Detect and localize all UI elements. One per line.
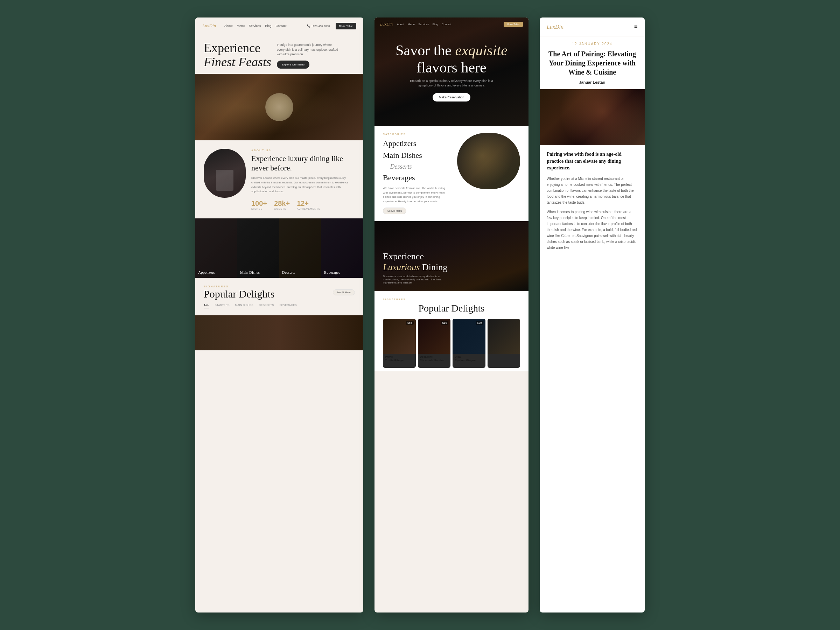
book-table-btn-2[interactable]: Book Table xyxy=(504,22,523,27)
cat-main-2[interactable]: Main Dishes xyxy=(383,151,450,160)
phone-1: 📞 +123 456 7890 xyxy=(307,25,330,28)
popular-title-2: Popular Delights xyxy=(383,303,520,314)
nav-contact-2[interactable]: Contact xyxy=(442,23,452,26)
food-card-2[interactable]: $10 DecadentChocolate Sundae xyxy=(418,319,451,368)
stat-dishes-label: DISHES xyxy=(251,208,267,210)
food-card-img-4 xyxy=(488,319,521,354)
cat-food-image-2 xyxy=(457,133,520,189)
nav-about-2[interactable]: About xyxy=(397,23,404,26)
food-card-1[interactable]: $65 PrimeTruffle Ribeye xyxy=(383,319,416,368)
hamburger-icon[interactable]: ≡ xyxy=(634,23,638,30)
cat-beverages-1[interactable]: Beverages xyxy=(321,218,363,278)
cat-desserts-1[interactable]: Desserts xyxy=(279,218,321,278)
hero-image-1 xyxy=(195,74,363,141)
explore-btn-1[interactable]: Explore Our Menu xyxy=(277,60,309,69)
food-card-price-3: $30 xyxy=(476,321,483,325)
tab-desserts-1[interactable]: DESSERTS xyxy=(259,303,274,308)
article-para-1-3: Whether you're at a Michelin-starred res… xyxy=(547,176,638,205)
nav-links-1: About Menu Services Blog Contact xyxy=(224,24,302,28)
luxury-desc-2: Discover a new world where every dishes … xyxy=(383,275,453,284)
stat-guests-num: 28k+ xyxy=(274,199,290,208)
nav-about-1[interactable]: About xyxy=(224,24,233,28)
article-author-3: Januar Lestari xyxy=(547,80,638,84)
sig-label-2: SIGNATURES xyxy=(383,298,520,301)
logo-3[interactable]: LuxDin xyxy=(547,24,564,30)
food-card-name-2: DecadentChocolate Sundae xyxy=(420,355,449,362)
food-card-price-2: $10 xyxy=(441,321,448,325)
food-card-3[interactable]: $30 StewElysium Bisque xyxy=(453,319,485,368)
nav-blog-1[interactable]: Blog xyxy=(265,24,272,28)
nav-menu-2[interactable]: Menu xyxy=(408,23,415,26)
nav-menu-1[interactable]: Menu xyxy=(237,24,245,28)
hero-section-1: Experience Finest Feasts Indulge in a ga… xyxy=(195,34,363,69)
tab-row-1: ALL STARTERS MAIN DISHES DESSERTS BEVERA… xyxy=(204,303,355,308)
stat-achieve-num: 12+ xyxy=(297,199,320,208)
stat-dishes-num: 100+ xyxy=(251,199,267,208)
luxury-title-2: Experience Luxurious Dining xyxy=(383,251,520,273)
nav-contact-1[interactable]: Contact xyxy=(276,24,287,28)
cat-label-2: CATEGORIES xyxy=(383,133,450,136)
panel-2: LuxDin About Menu Services Blog Contact … xyxy=(374,17,529,613)
food-cards-2: $65 PrimeTruffle Ribeye $10 DecadentChoc… xyxy=(383,319,520,368)
reserve-btn-2[interactable]: Make Reservation xyxy=(433,93,471,101)
cat-beverages-2[interactable]: Beverages xyxy=(383,173,450,182)
about-label-1: ABOUT US xyxy=(251,149,355,152)
logo-1[interactable]: LuxDin xyxy=(202,23,216,29)
nav-blog-2[interactable]: Blog xyxy=(433,23,438,26)
header-3: LuxDin ≡ xyxy=(540,17,645,36)
categories-section-2: CATEGORIES Appetizers Main Dishes Desser… xyxy=(374,126,529,221)
hero-section-2: LuxDin About Menu Services Blog Contact … xyxy=(374,17,529,126)
hero-title-1: Experience Finest Feasts xyxy=(204,41,271,69)
tab-starters-1[interactable]: STARTERS xyxy=(215,303,230,308)
hero-desc-1: Indulge in a gastronomic journey where e… xyxy=(277,43,340,57)
food-card-price-1: $65 xyxy=(406,321,413,325)
categories-grid-1: Appetizers Main Dishes Desserts Beverage… xyxy=(195,218,363,278)
book-table-btn-1[interactable]: Book Table xyxy=(336,23,356,29)
navbar-2: LuxDin About Menu Services Blog Contact … xyxy=(374,17,529,31)
food-card-name-1: PrimeTruffle Ribeye xyxy=(385,355,414,362)
article-image-3 xyxy=(540,89,645,145)
cat-desc-2: We have desserts from all over the world… xyxy=(383,186,450,204)
cat-appetizers-1[interactable]: Appetizers xyxy=(195,218,237,278)
nav-services-2[interactable]: Services xyxy=(418,23,429,26)
article-date-3: 12 JANUARY 2024 xyxy=(547,42,638,46)
food-card-4[interactable] xyxy=(488,319,521,368)
nav-links-2: About Menu Services Blog Contact xyxy=(397,23,499,26)
luxury-section-2: Experience Luxurious Dining Discover a n… xyxy=(374,221,529,291)
stat-guests-label: GUESTS xyxy=(274,208,290,210)
popular-title-1: Popular Delights xyxy=(204,288,275,300)
nav-services-1[interactable]: Services xyxy=(249,24,261,28)
see-all-btn-1[interactable]: See All Menu xyxy=(333,289,355,295)
about-chef-image-1 xyxy=(204,149,246,198)
about-title-1: Experience luxury dining like never befo… xyxy=(251,154,355,172)
logo-2[interactable]: LuxDin xyxy=(380,22,393,27)
hero-desc-2: Embark on a special culinary odyssey whe… xyxy=(406,79,497,88)
food-strip-1 xyxy=(195,315,363,351)
article-para-2-3: When it comes to pairing wine with cuisi… xyxy=(547,209,638,251)
popular-section-1: SIGNATURES Popular Delights See All Menu… xyxy=(195,278,363,312)
cat-desserts-2[interactable]: Desserts xyxy=(383,163,450,171)
article-title-3: The Art of Pairing: Elevating Your Dinin… xyxy=(547,49,638,77)
article-lead-3: Pairing wine with food is an age-old pra… xyxy=(547,151,638,172)
panel-3: LuxDin ≡ 12 JANUARY 2024 The Art of Pair… xyxy=(540,17,645,613)
panel-1: LuxDin About Menu Services Blog Contact … xyxy=(195,17,363,613)
hero-title-2: Savor the exquisite flavors here xyxy=(395,42,507,76)
tab-all-1[interactable]: ALL xyxy=(204,303,209,308)
stat-achieve-label: ACHIEVEMENTS xyxy=(297,208,320,210)
popular-section-2: SIGNATURES Popular Delights $65 PrimeTru… xyxy=(374,291,529,371)
article-header-3: 12 JANUARY 2024 The Art of Pairing: Elev… xyxy=(540,36,645,89)
stats-row-1: 100+ DISHES 28k+ GUESTS 12+ ACHIEVEMENTS xyxy=(251,199,355,210)
navbar-1: LuxDin About Menu Services Blog Contact … xyxy=(195,17,363,34)
food-card-name-3: StewElysium Bisque xyxy=(455,355,483,362)
about-section-1: ABOUT US Experience luxury dining like n… xyxy=(195,141,363,218)
sig-label-1: SIGNATURES xyxy=(204,285,275,288)
see-all-btn-2[interactable]: See All Menu xyxy=(383,208,406,214)
tab-main-1[interactable]: MAIN DISHES xyxy=(235,303,253,308)
cat-appetizers-2[interactable]: Appetizers xyxy=(383,139,450,148)
about-desc-1: Discover a world where every dish is a m… xyxy=(251,176,355,194)
article-body-3: Pairing wine with food is an age-old pra… xyxy=(540,145,645,613)
tab-beverages-1[interactable]: BEVERAGES xyxy=(279,303,297,308)
cat-main-1[interactable]: Main Dishes xyxy=(237,218,279,278)
